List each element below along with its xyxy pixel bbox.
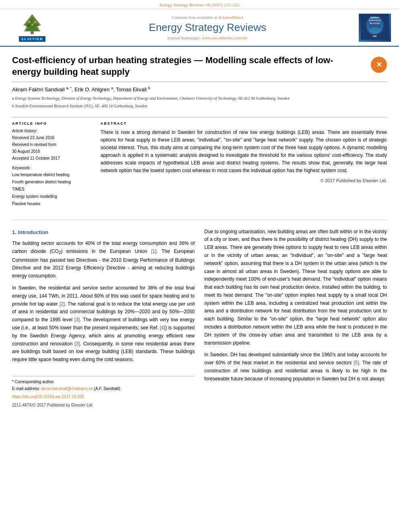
crossmark-badge[interactable]: ✕ [371, 57, 387, 73]
elsevier-logo-section: ELSEVIER [8, 13, 56, 42]
sciencedirect-link[interactable]: ScienceDirect [218, 15, 243, 20]
keyword-1: Low temperature district heating [12, 171, 93, 179]
body-columns: 1. Introduction The building sector acco… [12, 228, 387, 409]
journal-name: Energy Strategy Reviews [56, 21, 359, 34]
keyword-4: Energy system modelling [12, 193, 93, 200]
svg-point-4 [28, 21, 31, 23]
keyword-5: Passive houses [12, 200, 93, 207]
journal-logo-text: ENERGY STRATEGY REVIEWS ESR [359, 14, 391, 42]
body-left-column: 1. Introduction The building sector acco… [12, 228, 195, 409]
sciencedirect-line: Contents lists available at ScienceDirec… [56, 15, 359, 20]
svg-point-14 [369, 27, 380, 34]
received-date: Received 23 June 2016 [12, 134, 93, 141]
corresponding-note: * Corresponding author. [12, 379, 195, 386]
article-info-heading: ARTICLE INFO [12, 121, 93, 125]
journal-reference: Energy Strategy Reviews 18 (2017) 212–22… [0, 0, 399, 9]
affiliation-b: b Swedish Environmental Research Institu… [12, 103, 387, 109]
doi-line: https://doi.org/10.1016/j.esr.2017.10.00… [12, 394, 195, 401]
section-divider [12, 220, 387, 220]
svg-text:ESR: ESR [373, 35, 377, 37]
keywords-label: Keywords: [12, 166, 93, 170]
email-note: E-mail address: akramsandvall@chalmers.s… [12, 386, 195, 392]
issn-line: 2211-467X/© 2017 Published by Elsevier L… [12, 402, 195, 409]
homepage-line: journal homepage: www.ees.elsevier.com/e… [56, 35, 359, 40]
abstract-section: ABSTRACT There is now a strong demand in… [101, 121, 387, 212]
intro-para-2: In Sweden, the residential and service s… [12, 284, 195, 364]
svg-text:ENERGY: ENERGY [370, 16, 380, 19]
article-title: Cost-efficiency of urban heating strateg… [12, 55, 358, 78]
svg-point-5 [34, 21, 36, 23]
copyright-line: © 2017 Published by Elsevier Ltd. [101, 178, 387, 183]
revised-date: 30 August 2016 [12, 148, 93, 155]
svg-text:STRATEGY: STRATEGY [369, 19, 381, 22]
keyword-3: TIMES [12, 186, 93, 193]
abstract-text: There is now a strong demand in Sweden f… [101, 129, 387, 175]
crossmark-icon: ✕ [371, 57, 387, 73]
article-title-section: Cost-efficiency of urban heating strateg… [12, 55, 387, 82]
doi-link[interactable]: https://doi.org/10.1016/j.esr.2017.10.00… [12, 394, 84, 399]
accepted-date: Accepted 11 October 2017 [12, 155, 93, 162]
elsevier-logo: ELSEVIER [16, 13, 48, 42]
article-history: Article history: Received 23 June 2016 R… [12, 129, 93, 162]
elsevier-wordmark: ELSEVIER [19, 36, 45, 42]
journal-header: ELSEVIER Contents lists available at Sci… [0, 9, 399, 47]
svg-point-6 [31, 24, 33, 26]
intro-para-1: The building sector accounts for 40% of … [12, 240, 195, 280]
authors-line: Akram Fakhri Sandvall a, *, Erik O. Ahlg… [12, 86, 387, 92]
footnotes: * Corresponding author. E-mail address: … [12, 376, 195, 392]
keyword-2: Fourth generation district heating [12, 179, 93, 186]
right-para-1: Due to ongoing urbanisation, new buildin… [204, 228, 387, 347]
revised-label: Received in revised form [12, 141, 93, 148]
email-link[interactable]: akramsandvall@chalmers.se [41, 386, 93, 391]
elsevier-tree-icon [16, 13, 48, 35]
journal-logo-right: ENERGY STRATEGY REVIEWS ESR [359, 14, 391, 42]
journal-center-header: Contents lists available at ScienceDirec… [56, 15, 359, 40]
homepage-url[interactable]: www.ees.elsevier.com/esr [202, 35, 248, 40]
affiliation-a: a Energy Systems Technology, Division of… [12, 95, 387, 101]
introduction-heading: 1. Introduction [12, 228, 195, 236]
history-label: Article history: [12, 129, 93, 133]
article-info-column: ARTICLE INFO Article history: Received 2… [12, 121, 93, 212]
keywords-section: Keywords: Low temperature district heati… [12, 166, 93, 207]
info-abstract-columns: ARTICLE INFO Article history: Received 2… [12, 117, 387, 212]
keywords-list: Low temperature district heating Fourth … [12, 171, 93, 207]
right-para-2: In Sweden, DH has developed substantiall… [204, 351, 387, 383]
abstract-heading: ABSTRACT [101, 121, 387, 125]
body-right-column: Due to ongoing urbanisation, new buildin… [204, 228, 387, 409]
main-content: Cost-efficiency of urban heating strateg… [0, 47, 399, 417]
